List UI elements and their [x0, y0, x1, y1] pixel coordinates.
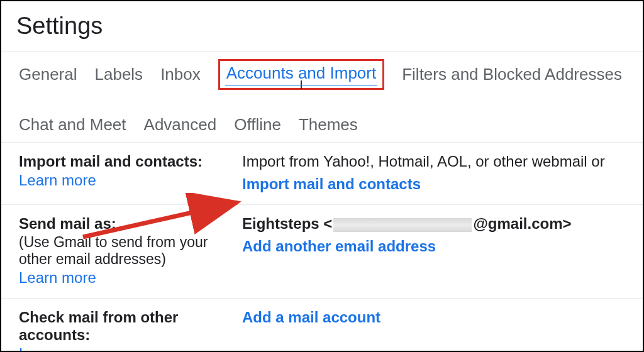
send-as-identity: Eightsteps <@gmail.com> [242, 215, 643, 233]
send-as-name-suffix: @gmail.com> [473, 215, 571, 232]
tab-inbox[interactable]: Inbox [160, 65, 201, 84]
import-description: Import from Yahoo!, Hotmail, AOL, or oth… [242, 153, 643, 170]
section-check-mail: Check mail from other accounts: Learn mo… [1, 299, 643, 352]
redacted-email [333, 218, 472, 232]
tab-advanced[interactable]: Advanced [144, 115, 217, 135]
tab-labels[interactable]: Labels [95, 65, 143, 84]
tab-offline[interactable]: Offline [234, 115, 281, 135]
tab-general[interactable]: General [19, 65, 77, 84]
settings-content: Import mail and contacts: Learn more Imp… [1, 143, 643, 352]
send-as-subtitle: (Use Gmail to send from your other email… [19, 234, 236, 268]
send-as-name-prefix: Eightsteps < [242, 215, 332, 232]
settings-tabs: General Labels Inbox Accounts and Import… [1, 51, 643, 143]
send-as-title: Send mail as: [19, 215, 236, 233]
tab-filters[interactable]: Filters and Blocked Addresses [402, 65, 622, 84]
add-mail-account-action[interactable]: Add a mail account [242, 309, 380, 326]
import-learn-more-link[interactable]: Learn more [19, 172, 96, 189]
import-title: Import mail and contacts: [19, 153, 236, 170]
send-as-learn-more-link[interactable]: Learn more [19, 269, 96, 287]
tab-accounts-import[interactable]: Accounts and Import I [218, 59, 384, 90]
tab-chat-meet[interactable]: Chat and Meet [19, 115, 126, 135]
section-send-mail-as: Send mail as: (Use Gmail to send from yo… [1, 205, 643, 299]
import-mail-action[interactable]: Import mail and contacts [242, 175, 421, 193]
text-cursor-icon: I [299, 79, 303, 92]
tabs-row-2: Chat and Meet Advanced Offline Themes [19, 115, 643, 142]
tab-themes[interactable]: Themes [299, 115, 358, 135]
page-title: Settings [1, 1, 643, 51]
add-email-address-action[interactable]: Add another email address [242, 238, 436, 255]
check-mail-title: Check mail from other accounts: [19, 309, 236, 344]
section-import-mail: Import mail and contacts: Learn more Imp… [1, 143, 643, 205]
check-mail-learn-more-link[interactable]: Learn more [19, 345, 96, 352]
tabs-row-1: General Labels Inbox Accounts and Import… [19, 52, 643, 97]
